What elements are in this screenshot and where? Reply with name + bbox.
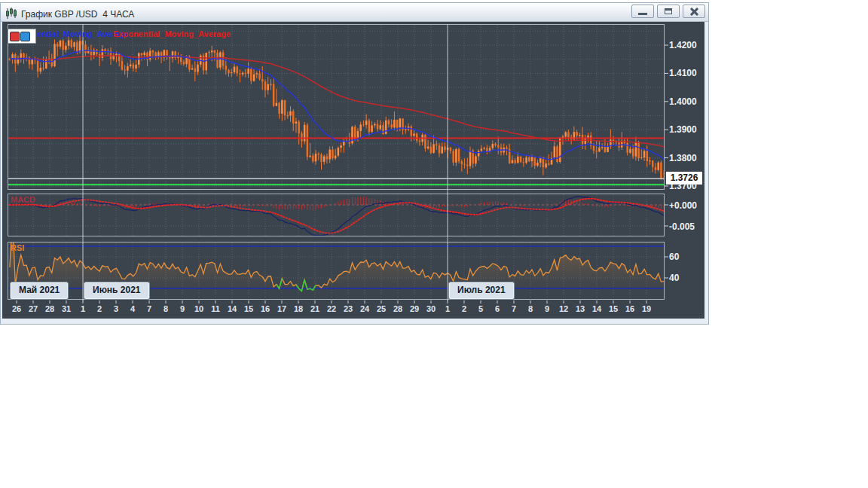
x-axis-label: 31 [58, 304, 75, 313]
minimize-icon [638, 13, 647, 15]
close-button[interactable] [683, 5, 705, 18]
x-axis-label: 16 [622, 304, 638, 313]
x-axis-label: 9 [174, 304, 191, 313]
minimize-button[interactable] [631, 5, 654, 18]
x-axis-label: 19 [638, 304, 655, 313]
x-axis-label: 13 [572, 304, 588, 313]
blue-indicator-button[interactable] [20, 32, 30, 41]
page: График GBP /USD 4 ЧАСА 1.42001.41001.400… [0, 0, 868, 488]
maximize-button[interactable] [657, 5, 680, 18]
x-axis-label: 8 [522, 304, 539, 313]
rsi-axis-label: 60 [669, 251, 679, 263]
legend-ema-slow: Exponential_Moving_Average [113, 29, 231, 38]
title-bar[interactable]: График GBP /USD 4 ЧАСА [1, 3, 708, 22]
price-axis-label: 1.4200 [669, 39, 697, 51]
x-axis-label: 1 [75, 304, 91, 313]
x-axis-label: 24 [356, 304, 373, 313]
x-axis-label: 6 [489, 304, 506, 313]
x-axis-label: 17 [274, 304, 290, 313]
x-axis-label: 28 [390, 304, 406, 313]
x-axis-label: 25 [373, 304, 390, 313]
month-label: Июль 2021 [449, 282, 514, 299]
x-axis-label: 28 [41, 304, 58, 313]
chart-canvas[interactable] [0, 0, 868, 488]
candlestick-chart-icon [5, 8, 18, 20]
price-axis-label: 1.3900 [669, 124, 697, 136]
rsi-panel-label: RSI [11, 243, 24, 252]
x-axis-label: 14 [588, 304, 605, 313]
x-axis-label: 18 [290, 304, 307, 313]
window-title: График GBP /USD 4 ЧАСА [21, 9, 134, 20]
x-axis-label: 15 [605, 304, 622, 313]
x-axis-label: 15 [240, 304, 257, 313]
x-axis-label: 29 [406, 304, 423, 313]
x-axis-label: 8 [157, 304, 174, 313]
macd-panel-label: MACD [11, 195, 35, 204]
x-axis-label: 23 [340, 304, 356, 313]
x-axis-label: 16 [257, 304, 274, 313]
x-axis-label: 1 [439, 304, 456, 313]
x-axis-label: 30 [423, 304, 439, 313]
x-axis-label: 3 [108, 304, 124, 313]
x-axis-label: 12 [555, 304, 572, 313]
x-axis-label: 5 [472, 304, 489, 313]
x-axis-label: 2 [91, 304, 108, 313]
macd-axis-label: -0.005 [669, 221, 695, 233]
month-label: Июнь 2021 [84, 282, 149, 299]
price-axis-label: 1.3800 [669, 152, 697, 164]
x-axis-label: 2 [456, 304, 472, 313]
current-price-label: 1.3726 [666, 172, 702, 185]
x-axis-label: 21 [307, 304, 323, 313]
x-axis-label: 27 [25, 304, 41, 313]
red-indicator-button[interactable] [10, 32, 20, 41]
x-axis-label: 7 [506, 304, 522, 313]
maximize-icon [665, 8, 672, 14]
macd-axis-label: +0.000 [669, 200, 697, 212]
x-axis-label: 7 [141, 304, 157, 313]
x-axis-label: 22 [323, 304, 340, 313]
month-label: Май 2021 [11, 282, 68, 299]
price-axis-label: 1.4000 [669, 96, 697, 108]
x-axis-label: 14 [224, 304, 240, 313]
x-axis-label: 11 [207, 304, 224, 313]
x-axis-label: 10 [191, 304, 207, 313]
rsi-axis-label: 40 [669, 272, 679, 284]
x-axis-label: 9 [539, 304, 555, 313]
x-axis-label: 4 [124, 304, 141, 313]
price-axis-label: 1.4100 [669, 67, 697, 79]
x-axis-label: 26 [8, 304, 25, 313]
